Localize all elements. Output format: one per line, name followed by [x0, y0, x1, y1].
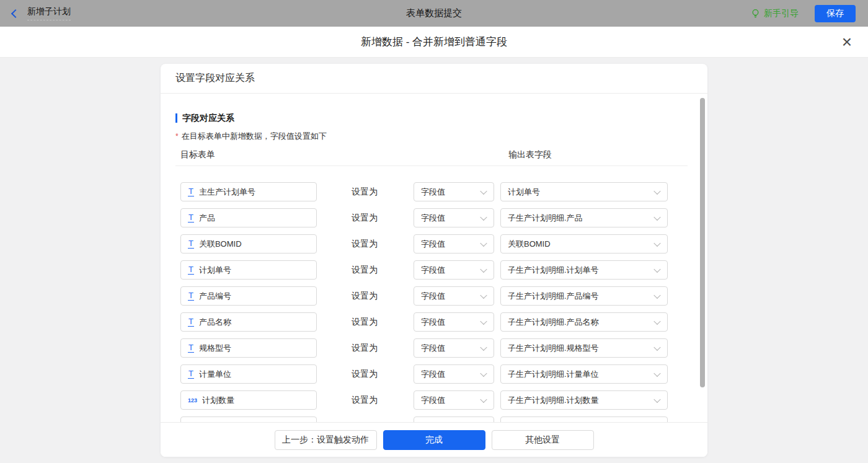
chevron-down-icon — [653, 239, 660, 246]
field-mapping-card: 设置字段对应关系 字段对应关系 *在目标表单中新增数据，字段值设置如下 目标表单… — [161, 64, 707, 457]
target-field-label: 计划数量 — [202, 395, 234, 406]
chevron-down-icon — [653, 369, 660, 376]
output-field-label: 子生产计划明细.规格型号 — [508, 343, 599, 354]
value-method-select[interactable]: 字段值 — [414, 208, 494, 227]
value-method-label: 字段值 — [421, 343, 445, 354]
chevron-down-icon — [480, 291, 487, 298]
value-method-label: 字段值 — [421, 369, 445, 380]
value-method-select[interactable] — [414, 417, 494, 422]
beginner-guide-link[interactable]: 新手引导 — [751, 8, 799, 19]
value-method-select[interactable]: 字段值 — [414, 312, 494, 332]
value-method-select[interactable]: 字段值 — [414, 364, 494, 384]
text-field-type-icon: T — [188, 239, 194, 249]
target-field-box[interactable]: T关联BOMID — [180, 234, 317, 254]
target-field-box[interactable]: 123计划数量 — [180, 390, 317, 410]
output-field-select[interactable]: 子生产计划明细.计划单号 — [500, 260, 668, 280]
card-header-title: 设置字段对应关系 — [161, 64, 707, 94]
value-method-label: 字段值 — [421, 265, 445, 276]
set-as-label: 设置为 — [352, 291, 378, 302]
output-field-label: 子生产计划明细.计划数量 — [508, 395, 599, 406]
plan-name-label[interactable]: 新增子计划 — [27, 6, 71, 20]
field-mapping-row: T产品名称设置为字段值子生产计划明细.产品名称 — [161, 311, 707, 337]
field-mapping-row-partial — [161, 415, 707, 422]
card-footer: 上一步：设置触发动作 完成 其他设置 — [161, 422, 707, 457]
target-field-label: 产品 — [199, 213, 215, 224]
field-mapping-row: T主生产计划单号设置为字段值计划单号 — [161, 180, 707, 206]
output-field-select[interactable]: 子生产计划明细.计量单位 — [500, 364, 668, 384]
lightbulb-icon — [751, 9, 760, 19]
output-field-label: 子生产计划明细.产品编号 — [508, 291, 599, 302]
output-field-select[interactable]: 关联BOMID — [500, 234, 668, 254]
back-button[interactable]: 新增子计划 — [12, 6, 71, 20]
card-body: 字段对应关系 *在目标表单中新增数据，字段值设置如下 目标表单 输出表字段 T主… — [161, 94, 707, 422]
set-as-label: 设置为 — [352, 239, 378, 250]
chevron-down-icon — [653, 343, 660, 350]
close-icon[interactable]: × — [842, 32, 852, 53]
chevron-left-icon — [11, 9, 20, 18]
text-field-type-icon: T — [188, 291, 194, 301]
other-settings-button[interactable]: 其他设置 — [492, 430, 594, 450]
column-header-output-field: 输出表字段 — [508, 149, 552, 161]
set-as-label: 设置为 — [352, 187, 378, 198]
field-mapping-row: T规格型号设置为字段值子生产计划明细.规格型号 — [161, 337, 707, 363]
value-method-select[interactable]: 字段值 — [414, 338, 494, 358]
output-field-select[interactable]: 子生产计划明细.产品 — [500, 208, 668, 227]
save-button[interactable]: 保存 — [815, 5, 856, 22]
rows-container: T主生产计划单号设置为字段值计划单号T产品设置为字段值子生产计划明细.产品T关联… — [161, 180, 707, 422]
target-field-label: 主生产计划单号 — [199, 187, 255, 198]
output-field-select[interactable]: 子生产计划明细.计划数量 — [500, 390, 668, 410]
value-method-label: 字段值 — [421, 317, 445, 328]
beginner-guide-label: 新手引导 — [764, 8, 799, 19]
set-as-label: 设置为 — [352, 343, 378, 354]
output-field-label: 关联BOMID — [508, 239, 551, 250]
chevron-down-icon — [480, 395, 487, 402]
chevron-down-icon — [653, 395, 660, 402]
text-field-type-icon: T — [188, 369, 194, 379]
target-field-box[interactable]: T计划单号 — [180, 260, 317, 280]
value-method-label: 字段值 — [421, 239, 445, 250]
chevron-down-icon — [653, 317, 660, 324]
target-field-box[interactable]: T规格型号 — [180, 338, 317, 358]
output-field-label: 子生产计划明细.计量单位 — [508, 369, 599, 380]
field-mapping-row: T计划单号设置为字段值子生产计划明细.计划单号 — [161, 258, 707, 284]
section-title: 字段对应关系 — [175, 113, 234, 123]
output-field-label: 子生产计划明细.计划单号 — [508, 265, 599, 276]
text-field-type-icon: T — [188, 213, 194, 223]
field-mapping-row: T产品编号设置为字段值子生产计划明细.产品编号 — [161, 284, 707, 311]
chevron-down-icon — [480, 213, 487, 220]
target-field-box[interactable] — [180, 417, 317, 422]
done-button[interactable]: 完成 — [383, 430, 485, 450]
modal-header: 新增数据 - 合并新增到普通字段 × — [0, 27, 868, 58]
output-field-select[interactable]: 计划单号 — [500, 182, 668, 201]
target-field-box[interactable]: T主生产计划单号 — [180, 182, 317, 201]
value-method-label: 字段值 — [421, 395, 445, 406]
chevron-down-icon — [480, 239, 487, 246]
field-mapping-row: T关联BOMID设置为字段值关联BOMID — [161, 232, 707, 258]
topbar-actions: 新手引导 保存 — [751, 5, 856, 22]
column-header-target-form: 目标表单 — [180, 149, 215, 161]
value-method-label: 字段值 — [421, 291, 445, 302]
output-field-select[interactable]: 子生产计划明细.产品名称 — [500, 312, 668, 332]
target-field-box[interactable]: T产品名称 — [180, 312, 317, 332]
target-field-box[interactable]: T计量单位 — [180, 364, 317, 384]
output-field-select[interactable] — [500, 417, 668, 422]
previous-step-button[interactable]: 上一步：设置触发动作 — [275, 430, 377, 450]
chevron-down-icon — [653, 291, 660, 298]
value-method-select[interactable]: 字段值 — [414, 286, 494, 306]
value-method-select[interactable]: 字段值 — [414, 234, 494, 254]
value-method-select[interactable]: 字段值 — [414, 260, 494, 280]
value-method-label: 字段值 — [421, 187, 445, 198]
output-field-label: 子生产计划明细.产品 — [508, 213, 583, 224]
target-field-box[interactable]: T产品 — [180, 208, 317, 227]
output-field-select[interactable]: 子生产计划明细.产品编号 — [500, 286, 668, 306]
value-method-select[interactable]: 字段值 — [414, 390, 494, 410]
chevron-down-icon — [480, 265, 487, 272]
topbar: 新增子计划 表单数据提交 新手引导 保存 — [0, 0, 868, 27]
field-mapping-row: 123计划数量设置为字段值子生产计划明细.计划数量 — [161, 389, 707, 415]
modal-title: 新增数据 - 合并新增到普通字段 — [0, 27, 868, 58]
vertical-scrollbar-thumb[interactable] — [700, 98, 705, 387]
output-field-select[interactable]: 子生产计划明细.规格型号 — [500, 338, 668, 358]
value-method-select[interactable]: 字段值 — [414, 182, 494, 201]
output-field-label: 计划单号 — [508, 187, 540, 198]
target-field-box[interactable]: T产品编号 — [180, 286, 317, 306]
